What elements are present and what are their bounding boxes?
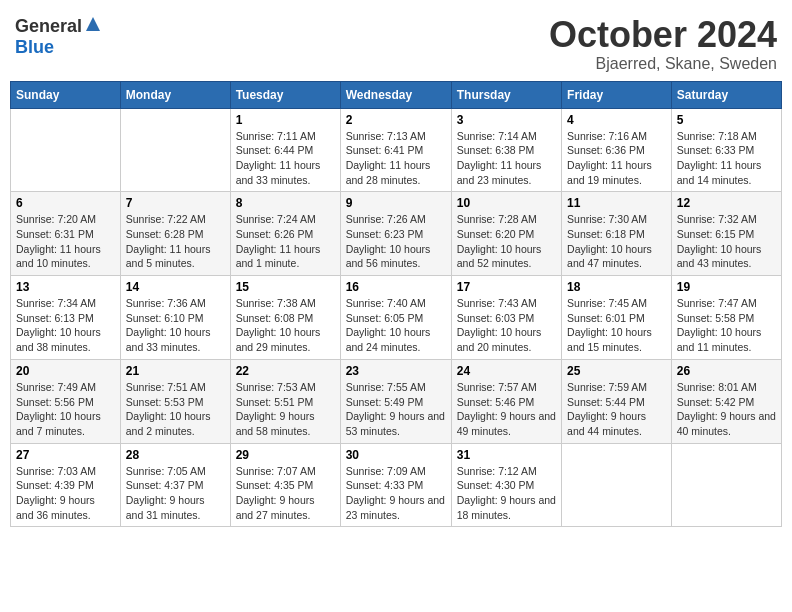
day-number: 24 [457,364,556,378]
day-number: 17 [457,280,556,294]
col-monday: Monday [120,81,230,108]
day-info: Sunrise: 7:09 AMSunset: 4:33 PMDaylight:… [346,464,446,523]
day-info: Sunrise: 7:51 AMSunset: 5:53 PMDaylight:… [126,380,225,439]
day-number: 10 [457,196,556,210]
table-row: 26Sunrise: 8:01 AMSunset: 5:42 PMDayligh… [671,359,781,443]
table-row: 3Sunrise: 7:14 AMSunset: 6:38 PMDaylight… [451,108,561,192]
day-number: 13 [16,280,115,294]
day-info: Sunrise: 7:07 AMSunset: 4:35 PMDaylight:… [236,464,335,523]
day-number: 18 [567,280,666,294]
day-info: Sunrise: 7:43 AMSunset: 6:03 PMDaylight:… [457,296,556,355]
calendar-header-row: Sunday Monday Tuesday Wednesday Thursday… [11,81,782,108]
svg-marker-0 [86,17,100,31]
day-info: Sunrise: 7:05 AMSunset: 4:37 PMDaylight:… [126,464,225,523]
col-saturday: Saturday [671,81,781,108]
day-number: 30 [346,448,446,462]
calendar-week-row: 13Sunrise: 7:34 AMSunset: 6:13 PMDayligh… [11,276,782,360]
table-row: 11Sunrise: 7:30 AMSunset: 6:18 PMDayligh… [562,192,672,276]
day-number: 4 [567,113,666,127]
table-row: 19Sunrise: 7:47 AMSunset: 5:58 PMDayligh… [671,276,781,360]
table-row: 30Sunrise: 7:09 AMSunset: 4:33 PMDayligh… [340,443,451,527]
logo-icon [84,15,102,33]
header: General Blue October 2024 Bjaerred, Skan… [10,10,782,73]
col-thursday: Thursday [451,81,561,108]
day-number: 27 [16,448,115,462]
day-number: 9 [346,196,446,210]
table-row: 6Sunrise: 7:20 AMSunset: 6:31 PMDaylight… [11,192,121,276]
day-info: Sunrise: 7:22 AMSunset: 6:28 PMDaylight:… [126,212,225,271]
day-info: Sunrise: 7:59 AMSunset: 5:44 PMDaylight:… [567,380,666,439]
calendar-week-row: 20Sunrise: 7:49 AMSunset: 5:56 PMDayligh… [11,359,782,443]
table-row: 9Sunrise: 7:26 AMSunset: 6:23 PMDaylight… [340,192,451,276]
table-row: 7Sunrise: 7:22 AMSunset: 6:28 PMDaylight… [120,192,230,276]
day-info: Sunrise: 7:32 AMSunset: 6:15 PMDaylight:… [677,212,776,271]
table-row: 25Sunrise: 7:59 AMSunset: 5:44 PMDayligh… [562,359,672,443]
day-number: 11 [567,196,666,210]
logo: General Blue [15,15,102,58]
day-info: Sunrise: 7:57 AMSunset: 5:46 PMDaylight:… [457,380,556,439]
title-area: October 2024 Bjaerred, Skane, Sweden [549,15,777,73]
day-info: Sunrise: 7:12 AMSunset: 4:30 PMDaylight:… [457,464,556,523]
day-info: Sunrise: 7:13 AMSunset: 6:41 PMDaylight:… [346,129,446,188]
table-row: 5Sunrise: 7:18 AMSunset: 6:33 PMDaylight… [671,108,781,192]
calendar-table: Sunday Monday Tuesday Wednesday Thursday… [10,81,782,528]
day-number: 20 [16,364,115,378]
table-row: 24Sunrise: 7:57 AMSunset: 5:46 PMDayligh… [451,359,561,443]
day-number: 2 [346,113,446,127]
day-number: 14 [126,280,225,294]
table-row: 2Sunrise: 7:13 AMSunset: 6:41 PMDaylight… [340,108,451,192]
day-number: 1 [236,113,335,127]
day-number: 7 [126,196,225,210]
calendar-week-row: 6Sunrise: 7:20 AMSunset: 6:31 PMDaylight… [11,192,782,276]
day-info: Sunrise: 7:24 AMSunset: 6:26 PMDaylight:… [236,212,335,271]
table-row: 1Sunrise: 7:11 AMSunset: 6:44 PMDaylight… [230,108,340,192]
location-title: Bjaerred, Skane, Sweden [549,55,777,73]
table-row: 8Sunrise: 7:24 AMSunset: 6:26 PMDaylight… [230,192,340,276]
table-row: 28Sunrise: 7:05 AMSunset: 4:37 PMDayligh… [120,443,230,527]
day-info: Sunrise: 7:55 AMSunset: 5:49 PMDaylight:… [346,380,446,439]
day-info: Sunrise: 7:49 AMSunset: 5:56 PMDaylight:… [16,380,115,439]
table-row [562,443,672,527]
day-number: 31 [457,448,556,462]
day-number: 21 [126,364,225,378]
calendar-week-row: 1Sunrise: 7:11 AMSunset: 6:44 PMDaylight… [11,108,782,192]
day-number: 16 [346,280,446,294]
day-number: 8 [236,196,335,210]
day-info: Sunrise: 7:40 AMSunset: 6:05 PMDaylight:… [346,296,446,355]
table-row: 22Sunrise: 7:53 AMSunset: 5:51 PMDayligh… [230,359,340,443]
table-row: 18Sunrise: 7:45 AMSunset: 6:01 PMDayligh… [562,276,672,360]
day-info: Sunrise: 7:45 AMSunset: 6:01 PMDaylight:… [567,296,666,355]
day-info: Sunrise: 7:26 AMSunset: 6:23 PMDaylight:… [346,212,446,271]
day-info: Sunrise: 7:28 AMSunset: 6:20 PMDaylight:… [457,212,556,271]
table-row: 12Sunrise: 7:32 AMSunset: 6:15 PMDayligh… [671,192,781,276]
day-number: 6 [16,196,115,210]
col-tuesday: Tuesday [230,81,340,108]
day-number: 26 [677,364,776,378]
table-row: 14Sunrise: 7:36 AMSunset: 6:10 PMDayligh… [120,276,230,360]
calendar-week-row: 27Sunrise: 7:03 AMSunset: 4:39 PMDayligh… [11,443,782,527]
table-row: 27Sunrise: 7:03 AMSunset: 4:39 PMDayligh… [11,443,121,527]
day-info: Sunrise: 7:03 AMSunset: 4:39 PMDaylight:… [16,464,115,523]
logo-general-text: General [15,16,82,37]
col-sunday: Sunday [11,81,121,108]
table-row: 21Sunrise: 7:51 AMSunset: 5:53 PMDayligh… [120,359,230,443]
table-row: 15Sunrise: 7:38 AMSunset: 6:08 PMDayligh… [230,276,340,360]
day-info: Sunrise: 7:30 AMSunset: 6:18 PMDaylight:… [567,212,666,271]
day-number: 19 [677,280,776,294]
day-number: 15 [236,280,335,294]
day-info: Sunrise: 8:01 AMSunset: 5:42 PMDaylight:… [677,380,776,439]
day-number: 28 [126,448,225,462]
day-info: Sunrise: 7:47 AMSunset: 5:58 PMDaylight:… [677,296,776,355]
month-title: October 2024 [549,15,777,55]
table-row: 23Sunrise: 7:55 AMSunset: 5:49 PMDayligh… [340,359,451,443]
day-number: 12 [677,196,776,210]
table-row: 13Sunrise: 7:34 AMSunset: 6:13 PMDayligh… [11,276,121,360]
table-row [671,443,781,527]
logo-blue-text: Blue [15,37,54,58]
day-info: Sunrise: 7:20 AMSunset: 6:31 PMDaylight:… [16,212,115,271]
table-row: 10Sunrise: 7:28 AMSunset: 6:20 PMDayligh… [451,192,561,276]
day-number: 23 [346,364,446,378]
table-row: 29Sunrise: 7:07 AMSunset: 4:35 PMDayligh… [230,443,340,527]
day-info: Sunrise: 7:38 AMSunset: 6:08 PMDaylight:… [236,296,335,355]
table-row: 17Sunrise: 7:43 AMSunset: 6:03 PMDayligh… [451,276,561,360]
